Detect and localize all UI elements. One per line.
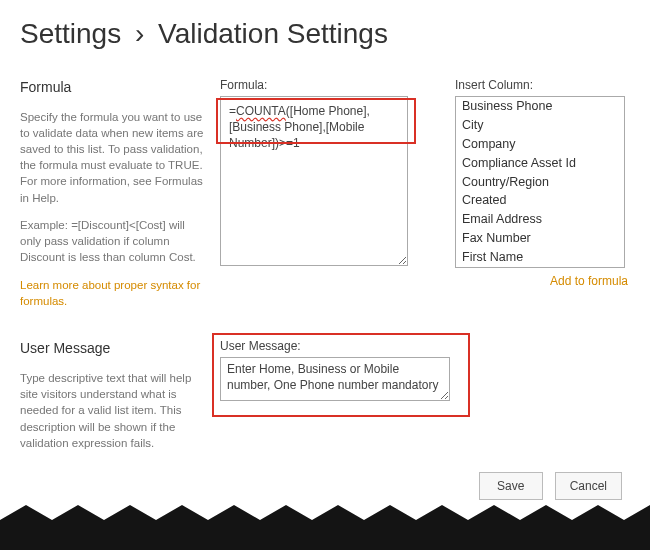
user-message-label: User Message:	[220, 339, 630, 353]
list-item[interactable]: Country/Region	[456, 173, 624, 192]
chevron-right-icon: ›	[129, 18, 150, 49]
add-to-formula-link[interactable]: Add to formula	[550, 274, 628, 288]
section-formula: Formula Specify the formula you want to …	[20, 78, 630, 309]
formula-help-2: Example: =[Discount]<[Cost] will only pa…	[20, 217, 204, 265]
user-message-help: Type descriptive text that will help sit…	[20, 370, 204, 450]
syntax-help-link[interactable]: Learn more about proper syntax for formu…	[20, 279, 200, 307]
list-item[interactable]: Business Phone	[456, 97, 624, 116]
list-item[interactable]: Fax Number	[456, 229, 624, 248]
insert-column-label: Insert Column:	[455, 78, 630, 92]
footer-buttons: Save Cancel	[479, 472, 622, 500]
formula-help-1: Specify the formula you want to use to v…	[20, 109, 204, 206]
formula-label: Formula:	[220, 78, 439, 92]
list-item[interactable]: Created	[456, 191, 624, 210]
page-title: Validation Settings	[158, 18, 388, 49]
cancel-button[interactable]: Cancel	[555, 472, 622, 500]
formula-input[interactable]: =COUNTA([Home Phone],[Business Phone],[M…	[220, 96, 408, 266]
list-item[interactable]: Full Name	[456, 267, 624, 268]
list-item[interactable]: First Name	[456, 248, 624, 267]
insert-column-list[interactable]: Business PhoneCityCompanyCompliance Asse…	[455, 96, 625, 268]
breadcrumb-root[interactable]: Settings	[20, 18, 121, 49]
list-item[interactable]: Compliance Asset Id	[456, 154, 624, 173]
user-message-heading: User Message	[20, 339, 204, 359]
torn-edge-decoration	[0, 500, 650, 550]
save-button[interactable]: Save	[479, 472, 543, 500]
list-item[interactable]: City	[456, 116, 624, 135]
section-user-message: User Message Type descriptive text that …	[20, 339, 630, 462]
formula-heading: Formula	[20, 78, 204, 98]
list-item[interactable]: Company	[456, 135, 624, 154]
list-item[interactable]: Email Address	[456, 210, 624, 229]
user-message-input[interactable]	[220, 357, 450, 401]
breadcrumb: Settings › Validation Settings	[20, 18, 630, 50]
